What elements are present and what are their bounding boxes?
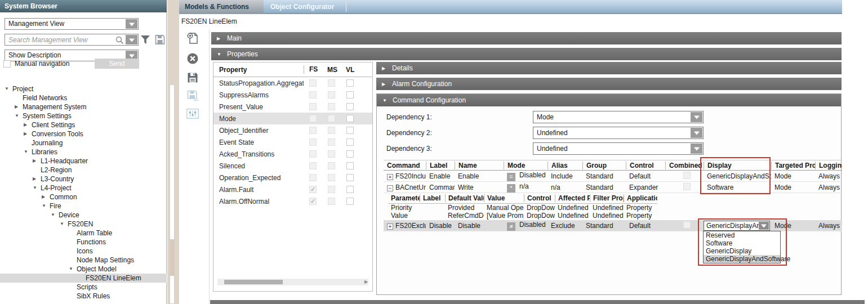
tree-expander-icon[interactable]: ▼ bbox=[33, 184, 41, 193]
properties-hscrollbar-thumb[interactable] bbox=[224, 280, 283, 284]
scroll-right-icon[interactable]: ▶ bbox=[363, 279, 369, 285]
tab-object-configurator[interactable]: Object Configurator bbox=[264, 0, 345, 14]
dropdown-option[interactable]: GenericDisplay bbox=[704, 247, 780, 255]
search-options-chevron-icon[interactable] bbox=[126, 35, 137, 44]
tree-expander-icon[interactable]: ▼ bbox=[15, 111, 23, 120]
fs-checkbox[interactable] bbox=[309, 138, 317, 146]
vl-checkbox[interactable] bbox=[346, 186, 354, 193]
chevron-down-icon[interactable] bbox=[691, 144, 702, 154]
fs-checkbox-checked[interactable]: ✓ bbox=[309, 198, 317, 205]
fs-checkbox[interactable] bbox=[309, 162, 317, 169]
tree-item[interactable]: ▶Management System bbox=[0, 102, 167, 111]
ms-checkbox[interactable] bbox=[328, 127, 335, 134]
property-row[interactable]: Object_Identifier bbox=[213, 124, 372, 136]
chevron-down-icon[interactable] bbox=[126, 19, 137, 29]
vl-checkbox[interactable] bbox=[346, 79, 354, 87]
bottom-section-bar[interactable] bbox=[210, 300, 865, 304]
expand-icon[interactable]: + bbox=[387, 174, 393, 180]
tree-expander-icon[interactable]: ▶ bbox=[24, 120, 32, 129]
fs-checkbox[interactable] bbox=[309, 115, 317, 122]
section-main[interactable]: ▶Main bbox=[211, 32, 842, 44]
save-icon[interactable] bbox=[186, 71, 199, 84]
dropdown-option[interactable]: Software bbox=[704, 239, 780, 247]
vl-checkbox[interactable] bbox=[346, 138, 354, 146]
save-as-icon-disabled[interactable] bbox=[186, 89, 199, 102]
expand-icon[interactable]: + bbox=[387, 223, 393, 230]
section-alarm-configuration[interactable]: ▶Alarm Configuration bbox=[376, 78, 842, 90]
tree-expander-icon[interactable]: ▼ bbox=[42, 202, 50, 211]
combined-checkbox[interactable] bbox=[683, 172, 691, 179]
parameter-row[interactable]: PriorityProvidedManual Operat(DropDownUn… bbox=[388, 204, 657, 212]
filter-icon[interactable] bbox=[140, 34, 151, 46]
dependency-2-select[interactable]: Undefined bbox=[533, 127, 704, 139]
tree-expander-icon[interactable]: ▶ bbox=[33, 157, 41, 166]
chevron-down-icon[interactable] bbox=[759, 222, 769, 230]
view-selector[interactable]: Management View bbox=[5, 18, 139, 30]
tree-item[interactable]: ▼Fire bbox=[0, 202, 167, 211]
section-properties[interactable]: ▼Properties bbox=[211, 48, 842, 60]
tree-expander-icon[interactable]: ▼ bbox=[51, 211, 59, 220]
search-input[interactable] bbox=[5, 34, 115, 45]
fs-checkbox[interactable] bbox=[309, 150, 317, 158]
property-row[interactable]: Event State bbox=[213, 136, 372, 148]
ms-checkbox[interactable] bbox=[328, 174, 335, 181]
ms-checkbox[interactable] bbox=[328, 79, 335, 87]
vl-checkbox[interactable] bbox=[346, 115, 354, 122]
tree-expander-icon[interactable]: ▼ bbox=[5, 84, 12, 93]
fs-checkbox[interactable] bbox=[309, 174, 317, 181]
manual-navigation-checkbox[interactable] bbox=[3, 60, 11, 68]
tree-item[interactable]: ▼Object Model bbox=[0, 265, 167, 274]
tree-item[interactable]: SibX Rules bbox=[0, 292, 167, 301]
ms-checkbox[interactable] bbox=[328, 186, 335, 193]
dropdown-option-selected[interactable]: GenericDisplayAndSoftware bbox=[704, 255, 780, 263]
tab-models-functions[interactable]: Models & Functions bbox=[179, 0, 264, 14]
tree-item[interactable]: ▼Device bbox=[0, 211, 167, 220]
vl-checkbox[interactable] bbox=[346, 103, 354, 110]
tree-expander-icon[interactable]: ▼ bbox=[24, 147, 32, 157]
dependency-3-select[interactable]: Undefined bbox=[533, 142, 704, 155]
ms-checkbox[interactable] bbox=[328, 115, 335, 122]
tree-item[interactable]: Node Map Settings bbox=[0, 256, 167, 265]
vl-checkbox[interactable] bbox=[346, 150, 354, 158]
ms-checkbox[interactable] bbox=[328, 91, 335, 99]
tree-expander-icon[interactable]: ▼ bbox=[69, 265, 77, 274]
vl-checkbox[interactable] bbox=[346, 198, 354, 205]
property-row[interactable]: SuppressAlarms bbox=[213, 89, 372, 101]
property-row[interactable]: Silenced bbox=[213, 160, 372, 172]
tree-item[interactable]: ▶Common bbox=[0, 193, 167, 202]
vl-checkbox[interactable] bbox=[346, 174, 354, 181]
tree-item[interactable]: L2-Region bbox=[0, 166, 167, 175]
collapse-icon[interactable]: − bbox=[387, 185, 393, 191]
tree-item[interactable]: ▶L1-Headquarter bbox=[0, 157, 167, 166]
send-button[interactable]: Send bbox=[95, 59, 139, 69]
tree-item[interactable]: Field Networks bbox=[0, 93, 167, 102]
ms-checkbox[interactable] bbox=[328, 198, 335, 205]
tree-scrollbar-thumb[interactable] bbox=[170, 239, 174, 276]
save-search-icon[interactable] bbox=[154, 34, 166, 46]
ms-checkbox[interactable] bbox=[328, 162, 335, 169]
tree-item-selected[interactable]: FS20EN LineElem bbox=[0, 274, 167, 283]
tree-item[interactable]: ▼System Settings bbox=[0, 111, 167, 120]
tree-expander-icon[interactable]: ▶ bbox=[42, 193, 50, 202]
property-row[interactable]: Acked_Transitions bbox=[213, 148, 372, 160]
new-document-icon[interactable] bbox=[186, 32, 199, 45]
vl-checkbox[interactable] bbox=[346, 127, 354, 134]
tree-expander-icon[interactable]: ▶ bbox=[24, 129, 32, 138]
tree-item[interactable]: Journaling bbox=[0, 138, 167, 147]
command-row[interactable]: −BACnetUnsigi Command Write *n/a n/a Sta… bbox=[384, 182, 842, 193]
dropdown-option[interactable]: Reserved bbox=[704, 231, 780, 239]
display-combobox[interactable]: GenericDisplayAnd bbox=[704, 221, 770, 231]
vl-checkbox[interactable] bbox=[346, 91, 354, 99]
property-row[interactable]: Operation_Expected bbox=[213, 172, 372, 184]
command-row-selected[interactable]: +FS20Exclude Disable Disable ≠Disabled E… bbox=[384, 220, 842, 231]
ms-checkbox[interactable] bbox=[328, 150, 335, 158]
vl-checkbox[interactable] bbox=[346, 162, 354, 169]
command-row[interactable]: +FS20Include Enable Enable =Disabled Inc… bbox=[384, 171, 842, 182]
property-row-selected[interactable]: Mode bbox=[213, 113, 372, 124]
parameter-row[interactable]: ValueReferCmdDef[Value PromptecDropDownU… bbox=[388, 212, 657, 220]
cancel-icon[interactable] bbox=[186, 52, 199, 65]
fs-checkbox-checked[interactable]: ✓ bbox=[309, 186, 317, 193]
tree-item[interactable]: ▶Conversion Tools bbox=[0, 129, 167, 138]
tree-item[interactable]: ▶Client Settings bbox=[0, 120, 167, 129]
tree-item[interactable]: Functions bbox=[0, 238, 167, 247]
